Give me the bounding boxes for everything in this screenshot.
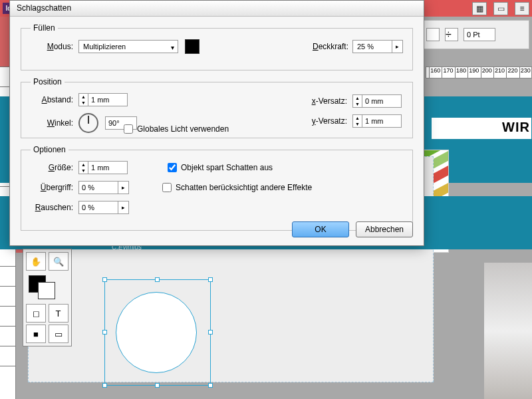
- stroke-step-icon[interactable]: ÷: [445, 28, 458, 41]
- size-label: Größe:: [31, 163, 73, 172]
- drop-shadow-dialog: Schlagschatten Füllen ModuModus:s: Multi…: [9, 0, 424, 246]
- ruler-tick: 210: [493, 67, 505, 78]
- apply-color-icon[interactable]: ■: [26, 325, 46, 343]
- tool-palette: ✋ 🔍 ◻ T ■ ▭: [23, 249, 72, 346]
- ruler-tick: 170: [442, 67, 454, 78]
- mode-label: ModuModus:s:: [31, 42, 73, 51]
- wir-banner: WIR: [431, 117, 532, 140]
- stroke-controls: ÷ 0 Pt: [423, 20, 529, 49]
- ok-button[interactable]: OK: [292, 221, 349, 237]
- xoffset-stepper[interactable]: ▲▼: [352, 94, 362, 108]
- fill-stroke-swatch[interactable]: [26, 273, 68, 302]
- xoffset-field[interactable]: 0 mm: [362, 94, 402, 108]
- yoffset-field[interactable]: 1 mm: [362, 114, 402, 128]
- toolbar-right: ▦ ▭ ≡: [472, 1, 529, 16]
- noise-flyout-icon[interactable]: ▸: [118, 201, 129, 214]
- shadow-honors-label: Schatten berücksichtigt andere Effekte: [176, 183, 312, 192]
- options-legend: Optionen: [31, 145, 68, 154]
- shadow-color-swatch[interactable]: [185, 39, 200, 54]
- athlete-photo: [484, 263, 532, 399]
- hand-tool-icon[interactable]: ✋: [26, 252, 46, 271]
- angle-dial[interactable]: [78, 113, 98, 133]
- spread-flyout-icon[interactable]: ▸: [118, 181, 129, 194]
- distance-stepper[interactable]: ▲▼: [78, 93, 88, 106]
- fill-group: Füllen ModuModus:s: Multiplizieren Deckk…: [21, 23, 413, 70]
- arrange-icon[interactable]: ≡: [515, 2, 529, 15]
- format-container-icon[interactable]: ◻: [26, 304, 46, 323]
- screen-mode-icon[interactable]: ▭: [493, 2, 508, 15]
- position-group: Position Abstand: ▲▼ 1 mm Winkel: 90° Gl…: [21, 77, 413, 138]
- spread-label: Übergriff:: [31, 183, 73, 192]
- noise-field[interactable]: 0 %: [78, 201, 118, 214]
- ruler-tick: 190: [467, 67, 479, 78]
- ruler-tick: 230: [519, 67, 531, 78]
- xoffset-label: x-Versatz:: [299, 96, 347, 106]
- opacity-flyout-icon[interactable]: ▸: [392, 40, 403, 53]
- distance-label: Abstand:: [31, 95, 73, 104]
- yoffset-label: y-Versatz:: [299, 116, 347, 126]
- ruler-tick: 220: [506, 67, 518, 78]
- format-text-icon[interactable]: T: [49, 304, 68, 323]
- spread-field[interactable]: 0 %: [78, 181, 118, 194]
- object-knocks-label: Objekt spart Schatten aus: [181, 163, 273, 172]
- ruler-horizontal: 160 170 180 190 200 210 220 230: [426, 66, 532, 78]
- object-knocks-checkbox[interactable]: Objekt spart Schatten aus: [168, 163, 273, 172]
- global-light-checkbox[interactable]: Globales Licht verwenden: [124, 124, 229, 134]
- opacity-field[interactable]: 25 %: [352, 40, 392, 53]
- cancel-button[interactable]: Abbrechen: [356, 221, 413, 237]
- position-legend: Position: [31, 77, 65, 86]
- global-light-label: Globales Licht verwenden: [137, 124, 229, 134]
- dialog-title: Schlagschatten: [10, 1, 424, 17]
- noise-label: Rauschen:: [31, 203, 73, 212]
- shadow-honors-checkbox[interactable]: Schatten berücksichtigt andere Effekte: [162, 183, 312, 192]
- zoom-tool-icon[interactable]: 🔍: [49, 252, 68, 271]
- size-stepper[interactable]: ▲▼: [78, 161, 88, 174]
- apply-none-icon[interactable]: ▭: [49, 325, 68, 343]
- options-group: Optionen Größe: ▲▼ 1 mm Objekt spart Sch…: [21, 145, 413, 231]
- angle-label: Winkel:: [31, 118, 73, 128]
- blend-mode-combo[interactable]: Multiplizieren: [78, 40, 178, 53]
- ruler-tick: 160: [429, 67, 441, 78]
- view-mode-icon[interactable]: ▦: [472, 2, 487, 15]
- ruler-tick: 180: [455, 67, 467, 78]
- selection-bounding-box: [104, 279, 211, 386]
- stroke-align-icon[interactable]: [426, 28, 440, 41]
- ruler-tick: 200: [481, 67, 493, 78]
- opacity-label: Deckkraft:: [313, 42, 348, 51]
- yoffset-stepper[interactable]: ▲▼: [352, 114, 362, 128]
- stroke-weight-field[interactable]: 0 Pt: [464, 28, 495, 41]
- size-field[interactable]: 1 mm: [88, 161, 128, 174]
- distance-field[interactable]: 1 mm: [88, 93, 128, 106]
- fill-legend: Füllen: [31, 23, 58, 33]
